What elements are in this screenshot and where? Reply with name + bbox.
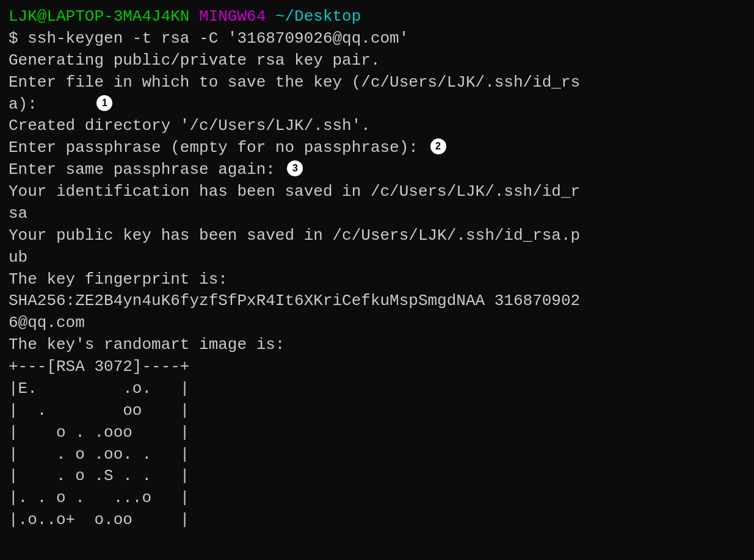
- output-line-1: Generating public/private rsa key pair.: [9, 50, 745, 72]
- prompt-line: LJK@LAPTOP-3MA4J4KN MINGW64 ~/Desktop: [9, 6, 745, 28]
- output-line-9: Your public key has been saved in /c/Use…: [9, 225, 745, 247]
- terminal-window: LJK@LAPTOP-3MA4J4KN MINGW64 ~/Desktop $ …: [0, 0, 754, 560]
- output-line-11: The key fingerprint is:: [9, 269, 745, 291]
- output-line-14: The key's randomart image is:: [9, 334, 745, 356]
- output-line-19: | . o .oo. . |: [9, 444, 745, 466]
- output-line-7: Your identification has been saved in /c…: [9, 181, 745, 203]
- output-line-2: Enter file in which to save the key (/c/…: [9, 72, 745, 94]
- command-line: $ ssh-keygen -t rsa -C '3168709026@qq.co…: [9, 28, 745, 50]
- output-line-6: Enter same passphrase again: 3: [9, 159, 745, 181]
- output-line-8: sa: [9, 203, 745, 225]
- prompt-path: ~/Desktop: [275, 7, 361, 26]
- prompt-user: LJK@LAPTOP-3MA4J4KN: [9, 7, 189, 26]
- output-line-13: 6@qq.com: [9, 312, 745, 334]
- output-line-5: Enter passphrase (empty for no passphras…: [9, 137, 745, 159]
- output-line-22: |.o..o+ o.oo |: [9, 509, 745, 531]
- output-line-12: SHA256:ZE2B4yn4uK6fyzfSfPxR4It6XKriCefku…: [9, 290, 745, 312]
- output-line-20: | . o .S . . |: [9, 465, 745, 487]
- prompt-shell: MINGW64: [199, 7, 266, 26]
- output-line-3: a): 1: [9, 94, 745, 116]
- output-line-21: |. . o . ...o |: [9, 487, 745, 509]
- badge-1: 1: [96, 95, 112, 111]
- output-line-16: |E. .o. |: [9, 378, 745, 400]
- badge-3: 3: [287, 160, 303, 176]
- output-line-17: | . oo |: [9, 400, 745, 422]
- output-line-15: +---[RSA 3072]----+: [9, 356, 745, 378]
- output-line-10: ub: [9, 247, 745, 269]
- output-line-18: | o . .ooo |: [9, 422, 745, 444]
- output-line-4: Created directory '/c/Users/LJK/.ssh'.: [9, 115, 745, 137]
- badge-2: 2: [430, 138, 446, 154]
